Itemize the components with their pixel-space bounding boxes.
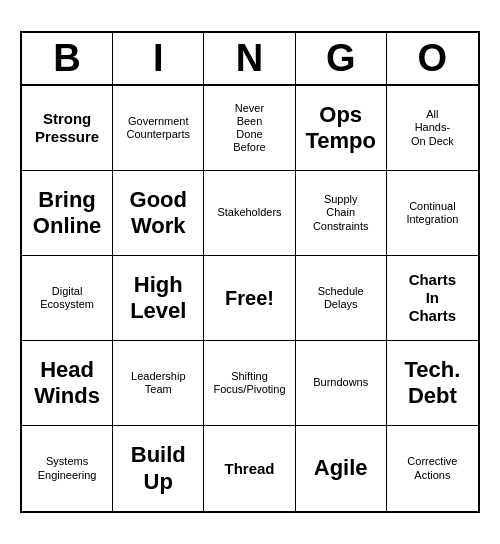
- bingo-cell: LeadershipTeam: [113, 341, 204, 426]
- bingo-card: BINGO StrongPressureGovernmentCounterpar…: [20, 31, 480, 513]
- cell-text: GoodWork: [130, 187, 187, 240]
- cell-text: ContinualIntegration: [406, 200, 458, 226]
- bingo-cell: Thread: [204, 426, 295, 511]
- cell-text: LeadershipTeam: [131, 370, 185, 396]
- bingo-cell: Stakeholders: [204, 171, 295, 256]
- cell-text: BringOnline: [33, 187, 101, 240]
- bingo-cell: Tech.Debt: [387, 341, 478, 426]
- bingo-cell: StrongPressure: [22, 86, 113, 171]
- cell-text: Agile: [314, 455, 368, 481]
- bingo-cell: SystemsEngineering: [22, 426, 113, 511]
- bingo-cell: HighLevel: [113, 256, 204, 341]
- bingo-cell: OpsTempo: [296, 86, 387, 171]
- cell-text: NeverBeenDoneBefore: [233, 102, 265, 155]
- cell-text: HeadWinds: [34, 357, 100, 410]
- bingo-letter: N: [204, 33, 295, 84]
- bingo-cell: HeadWinds: [22, 341, 113, 426]
- bingo-cell: ChartsInCharts: [387, 256, 478, 341]
- bingo-cell: BringOnline: [22, 171, 113, 256]
- cell-text: Burndowns: [313, 376, 368, 389]
- bingo-letter: I: [113, 33, 204, 84]
- bingo-cell: NeverBeenDoneBefore: [204, 86, 295, 171]
- cell-text: Stakeholders: [217, 206, 281, 219]
- bingo-cell: ScheduleDelays: [296, 256, 387, 341]
- cell-text: ChartsInCharts: [409, 271, 457, 325]
- bingo-cell: GovernmentCounterparts: [113, 86, 204, 171]
- cell-text: SupplyChainConstraints: [313, 193, 369, 233]
- bingo-cell: DigitalEcosystem: [22, 256, 113, 341]
- bingo-cell: BuildUp: [113, 426, 204, 511]
- cell-text: SystemsEngineering: [38, 455, 97, 481]
- cell-text: DigitalEcosystem: [40, 285, 94, 311]
- bingo-cell: SupplyChainConstraints: [296, 171, 387, 256]
- cell-text: HighLevel: [130, 272, 186, 325]
- cell-text: ShiftingFocus/Pivoting: [213, 370, 285, 396]
- cell-text: StrongPressure: [35, 110, 99, 146]
- bingo-letter: G: [296, 33, 387, 84]
- cell-text: BuildUp: [131, 442, 186, 495]
- cell-text: OpsTempo: [305, 102, 375, 155]
- cell-text: AllHands-On Deck: [411, 108, 454, 148]
- cell-text: Thread: [224, 460, 274, 478]
- cell-text: CorrectiveActions: [407, 455, 457, 481]
- bingo-grid: StrongPressureGovernmentCounterpartsNeve…: [22, 86, 478, 511]
- cell-text: ScheduleDelays: [318, 285, 364, 311]
- cell-text: Free!: [225, 286, 274, 310]
- bingo-cell: AllHands-On Deck: [387, 86, 478, 171]
- bingo-cell: Burndowns: [296, 341, 387, 426]
- cell-text: Tech.Debt: [404, 357, 460, 410]
- bingo-cell: ShiftingFocus/Pivoting: [204, 341, 295, 426]
- cell-text: GovernmentCounterparts: [126, 115, 190, 141]
- bingo-cell: ContinualIntegration: [387, 171, 478, 256]
- bingo-cell: Free!: [204, 256, 295, 341]
- bingo-letter: O: [387, 33, 478, 84]
- bingo-cell: CorrectiveActions: [387, 426, 478, 511]
- bingo-cell: GoodWork: [113, 171, 204, 256]
- bingo-header: BINGO: [22, 33, 478, 86]
- bingo-cell: Agile: [296, 426, 387, 511]
- bingo-letter: B: [22, 33, 113, 84]
